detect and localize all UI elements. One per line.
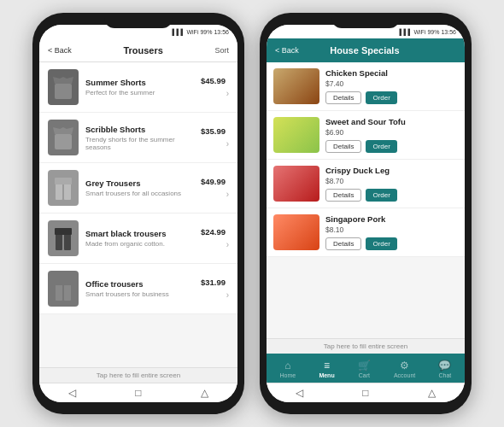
list-item[interactable]: Smart black trousers Made from organic c… [39, 214, 237, 264]
list-item: Singapore Pork $8.10 Details Order [267, 208, 465, 257]
order-button-1[interactable]: Order [366, 91, 396, 104]
product-name-5: Office trousers [85, 279, 194, 289]
nav-home-icon[interactable]: □ [135, 387, 141, 399]
order-button-3[interactable]: Order [366, 189, 396, 202]
left-screen: ▌▌▌ WiFi 99% 13:56 < Back Trousers Sort [39, 25, 237, 402]
product-image-5 [48, 271, 79, 307]
list-item: Crispy Duck Leg $8.70 Details Order [267, 160, 465, 208]
nav-bar-left: < Back Trousers Sort [39, 38, 237, 62]
signal-icon-right: ▌▌▌ [400, 29, 413, 35]
food-image-3 [273, 166, 319, 202]
chat-icon: 💬 [438, 360, 451, 371]
nav-home-icon-right[interactable]: □ [362, 387, 368, 399]
product-list: Summer Shorts Perfect for the summer $45… [39, 62, 237, 367]
home-icon: ⌂ [284, 360, 290, 371]
tap-footer-right[interactable]: Tap here to fill entire screen [267, 338, 465, 354]
back-button-right[interactable]: < Back [275, 46, 299, 55]
time-left: 13:56 [214, 29, 229, 35]
product-info-1: Summer Shorts Perfect for the summer [85, 78, 194, 97]
cart-icon: 🛒 [358, 360, 371, 371]
svg-rect-0 [55, 84, 72, 99]
product-name-1: Summer Shorts [85, 78, 194, 87]
product-price-1: $45.99 [201, 76, 226, 85]
svg-rect-7 [55, 228, 72, 235]
details-button-4[interactable]: Details [325, 237, 361, 250]
bottom-nav-teal: ⌂ Home ≡ Menu 🛒 Cart ⚙ Account 💬 Chat [267, 354, 465, 383]
product-info-4: Smart black trousers Made from organic c… [85, 229, 194, 248]
product-right-3: $49.99 › [201, 177, 229, 199]
chevron-icon-4: › [226, 240, 229, 249]
wifi-icon-right: WiFi [413, 29, 425, 35]
page-title-left: Trousers [123, 45, 162, 56]
product-right-1: $45.99 › [201, 76, 229, 98]
nav-recent-icon[interactable]: △ [201, 387, 208, 399]
food-name-3: Crispy Duck Leg [325, 166, 458, 175]
chevron-icon-1: › [226, 89, 229, 98]
food-buttons-2: Details Order [325, 140, 458, 153]
list-item[interactable]: Office trousers Smart trousers for busin… [39, 264, 237, 314]
product-info-5: Office trousers Smart trousers for busin… [85, 279, 194, 298]
product-desc-5: Smart trousers for business [85, 290, 194, 298]
battery-icon: 99% [200, 29, 212, 35]
right-phone: ▌▌▌ WiFi 99% 13:56 < Back House Specials… [260, 13, 472, 414]
details-button-3[interactable]: Details [325, 189, 361, 202]
food-info-3: Crispy Duck Leg $8.70 Details Order [325, 166, 458, 202]
chat-label: Chat [438, 372, 451, 378]
food-info-4: Singapore Pork $8.10 Details Order [325, 214, 458, 250]
food-buttons-3: Details Order [325, 189, 458, 202]
tab-home[interactable]: ⌂ Home [280, 360, 296, 378]
home-label: Home [280, 372, 296, 378]
product-right-4: $24.99 › [201, 227, 229, 249]
product-price-4: $24.99 [201, 227, 226, 237]
time-right: 13:56 [441, 29, 456, 35]
list-item[interactable]: Summer Shorts Perfect for the summer $45… [39, 62, 237, 113]
product-price-2: $35.99 [201, 126, 226, 136]
tab-chat[interactable]: 💬 Chat [438, 360, 451, 378]
tap-footer-left[interactable]: Tap here to fill entire screen [39, 367, 237, 383]
product-info-2: Scribble Shorts Trendy shorts for the su… [85, 125, 194, 151]
nav-bar-right: < Back House Specials [267, 38, 465, 62]
food-buttons-1: Details Order [325, 91, 458, 104]
phone-notch [104, 13, 173, 28]
menu-list: Chicken Special $7.40 Details Order Swee… [267, 62, 465, 338]
details-button-1[interactable]: Details [325, 91, 361, 104]
phone-nav-right: ◁ □ △ [267, 383, 465, 402]
nav-back-icon-right[interactable]: ◁ [296, 387, 303, 399]
product-image-3 [48, 170, 79, 206]
nav-back-icon[interactable]: ◁ [68, 387, 76, 399]
product-desc-1: Perfect for the summer [85, 89, 194, 97]
product-image-2 [48, 120, 79, 155]
food-name-1: Chicken Special [325, 68, 458, 78]
nav-recent-icon-right[interactable]: △ [428, 387, 436, 399]
order-button-4[interactable]: Order [366, 237, 396, 250]
cart-label: Cart [359, 372, 370, 378]
food-info-2: Sweet and Sour Tofu $6.90 Details Order [325, 117, 458, 153]
right-screen: ▌▌▌ WiFi 99% 13:56 < Back House Specials… [267, 25, 465, 402]
tab-account[interactable]: ⚙ Account [394, 360, 415, 378]
list-item: Sweet and Sour Tofu $6.90 Details Order [267, 111, 465, 160]
list-item[interactable]: Scribble Shorts Trendy shorts for the su… [39, 113, 237, 163]
back-button-left[interactable]: < Back [48, 46, 72, 55]
status-icons-right: ▌▌▌ WiFi 99% 13:56 [400, 29, 456, 35]
details-button-2[interactable]: Details [325, 140, 361, 153]
product-desc-3: Smart trousers for all occasions [85, 190, 194, 197]
food-price-2: $6.90 [325, 128, 458, 137]
product-name-4: Smart black trousers [85, 229, 194, 238]
product-image-4 [48, 220, 79, 256]
tab-menu[interactable]: ≡ Menu [319, 360, 334, 378]
svg-rect-1 [55, 134, 72, 149]
page-title-right: House Specials [330, 45, 399, 56]
account-label: Account [394, 372, 415, 378]
product-price-3: $49.99 [201, 177, 226, 186]
sort-button[interactable]: Sort [214, 46, 229, 55]
svg-rect-10 [55, 278, 72, 285]
food-buttons-4: Details Order [325, 237, 458, 250]
food-info-1: Chicken Special $7.40 Details Order [325, 68, 458, 104]
chevron-icon-3: › [226, 190, 229, 199]
food-name-4: Singapore Pork [325, 214, 458, 224]
tab-cart[interactable]: 🛒 Cart [358, 360, 371, 378]
order-button-2[interactable]: Order [366, 140, 396, 153]
list-item[interactable]: Grey Trousers Smart trousers for all occ… [39, 163, 237, 214]
status-icons-left: ▌▌▌ WiFi 99% 13:56 [173, 29, 229, 35]
menu-icon: ≡ [324, 360, 330, 371]
